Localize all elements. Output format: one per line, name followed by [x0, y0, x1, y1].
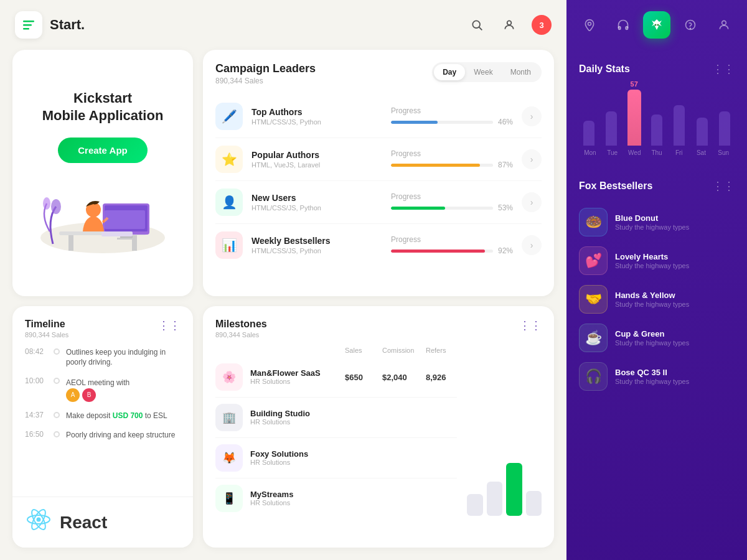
ms-sales	[345, 417, 382, 418]
daily-stats-title: Daily Stats	[579, 63, 630, 75]
svg-point-16	[43, 197, 50, 210]
bs-thumb: 🤝	[579, 285, 608, 314]
progress-pct: 87%	[498, 161, 515, 169]
tab-week[interactable]: Week	[465, 64, 501, 80]
stat-bar-col	[692, 118, 712, 146]
fox-bestsellers-title: Fox Bestsellers	[579, 180, 652, 192]
chart-day-label: Thu	[646, 149, 668, 156]
bestseller-item[interactable]: 🤝 Hands & Yellow Study the highway types	[579, 280, 735, 319]
ms-info: Foxy Solutions HR Solutions	[250, 449, 345, 466]
progress-label: Progress	[391, 235, 515, 244]
tab-day[interactable]: Day	[434, 64, 465, 80]
row-icon: ⭐	[215, 146, 243, 173]
bs-name: Lovely Hearts	[615, 252, 735, 261]
row-name: Top Authors	[251, 107, 391, 117]
ms-name: Foxy Solutions	[250, 449, 345, 459]
ms-sub: HR Solutions	[250, 459, 345, 466]
row-arrow[interactable]: ›	[522, 149, 542, 169]
ms-name: Building Studio	[250, 409, 345, 418]
fox-bestsellers-menu[interactable]: ⋮⋮	[712, 179, 735, 193]
row-progress: Progress 92%	[391, 235, 515, 255]
create-app-button[interactable]: Create App	[58, 138, 147, 163]
stat-bar	[697, 118, 708, 146]
row-arrow[interactable]: ›	[522, 235, 542, 255]
notification-badge[interactable]: 3	[532, 15, 552, 35]
milestones-list: Sales Comission Refers 🌸 Man&Flower SaaS…	[215, 346, 457, 518]
ms-icon: 🏢	[215, 404, 243, 431]
bestseller-item[interactable]: 🎧 Bose QC 35 II Study the highway types	[579, 357, 735, 396]
milestones-menu[interactable]: ⋮⋮	[519, 319, 542, 332]
content-grid: Kickstart Mobile Application Create App	[0, 50, 566, 560]
milestone-bar	[526, 491, 542, 516]
milestone-rows: 🌸 Man&Flower SaaS HR Solutions $650 $2,0…	[215, 357, 457, 518]
nav-fox[interactable]	[643, 11, 670, 39]
bestseller-item[interactable]: 💕 Lovely Hearts Study the highway types	[579, 241, 735, 280]
ms-icon: 📱	[215, 485, 243, 512]
bs-info: Bose QC 35 II Study the highway types	[615, 368, 735, 385]
row-name: Popular Authors	[251, 150, 391, 160]
user-icon[interactable]	[499, 15, 519, 35]
avatar: A	[66, 388, 80, 402]
row-tags: HTML/CSS/JS, Python	[251, 118, 391, 126]
svg-line-4	[479, 27, 482, 30]
bestseller-item[interactable]: ☕ Cup & Green Study the highway types	[579, 319, 735, 357]
svg-point-29	[690, 28, 690, 29]
progress-bar-fill	[391, 164, 480, 167]
progress-pct: 46%	[498, 118, 515, 126]
progress-bar-fill	[391, 121, 438, 124]
ms-refers	[426, 457, 457, 459]
timeline-menu[interactable]: ⋮⋮	[158, 319, 181, 332]
logo-icon	[15, 11, 42, 39]
highlight-amount: USD 700	[113, 411, 143, 420]
col-commission: Comission	[382, 347, 414, 354]
ms-refers	[426, 498, 457, 499]
chart-day-label: Sat	[690, 149, 713, 156]
svg-point-30	[722, 21, 726, 25]
row-arrow[interactable]: ›	[522, 106, 542, 126]
progress-bar-bg	[391, 250, 493, 253]
timeline-item: 08:42 Outlines keep you indulging in poo…	[25, 347, 181, 368]
timeline-item: 10:00 AEOL meeting with A B	[25, 376, 181, 402]
milestone-bar	[506, 463, 522, 516]
row-info: Top Authors HTML/CSS/JS, Python	[251, 107, 391, 126]
bs-sub: Study the highway types	[615, 262, 735, 269]
row-progress: Progress 53%	[391, 192, 515, 212]
nav-question[interactable]	[677, 11, 704, 39]
row-arrow[interactable]: ›	[522, 192, 542, 212]
progress-bar-wrap: 46%	[391, 118, 515, 126]
daily-stats-menu[interactable]: ⋮⋮	[712, 62, 735, 76]
chart-day-label: Mon	[579, 149, 601, 156]
progress-label: Progress	[391, 149, 515, 158]
peak-value: 57	[631, 80, 638, 88]
nav-location[interactable]	[576, 11, 603, 39]
svg-rect-24	[619, 27, 621, 30]
row-progress: Progress 46%	[391, 106, 515, 126]
progress-pct: 53%	[498, 203, 515, 212]
chart-day-label: Sun	[712, 149, 735, 156]
tl-avatars: A B	[66, 388, 129, 402]
stat-bar-col	[715, 111, 735, 146]
row-name: Weekly Bestsellers	[251, 236, 391, 246]
bs-sub: Study the highway types	[615, 378, 735, 385]
tab-month[interactable]: Month	[502, 64, 540, 80]
progress-bar-fill	[391, 207, 445, 210]
stat-bar	[583, 121, 594, 146]
svg-rect-25	[626, 27, 627, 30]
fox-bestsellers-header: Fox Bestsellers ⋮⋮	[579, 179, 735, 193]
col-refers: Refers	[426, 347, 446, 354]
svg-rect-8	[68, 235, 73, 251]
bs-info: Cup & Green Study the highway types	[615, 329, 735, 347]
milestones-card: Milestones 890,344 Sales ⋮⋮ Sales Comiss…	[203, 306, 554, 548]
bs-thumb: 🎧	[579, 362, 608, 391]
bestseller-item[interactable]: 🍩 Blue Donut Study the highway types	[579, 203, 735, 241]
react-label: React	[60, 513, 107, 533]
bs-name: Blue Donut	[615, 213, 735, 223]
campaign-header: Campaign Leaders 890,344 Sales Day Week …	[215, 62, 542, 85]
progress-bar-wrap: 87%	[391, 161, 515, 169]
bs-thumb: 💕	[579, 246, 608, 275]
nav-user[interactable]	[710, 11, 738, 39]
search-icon[interactable]	[467, 15, 487, 35]
row-info: Weekly Bestsellers HTML/CSS/JS, Python	[251, 236, 391, 254]
progress-pct: 92%	[498, 246, 515, 255]
nav-headphone[interactable]	[609, 11, 637, 39]
